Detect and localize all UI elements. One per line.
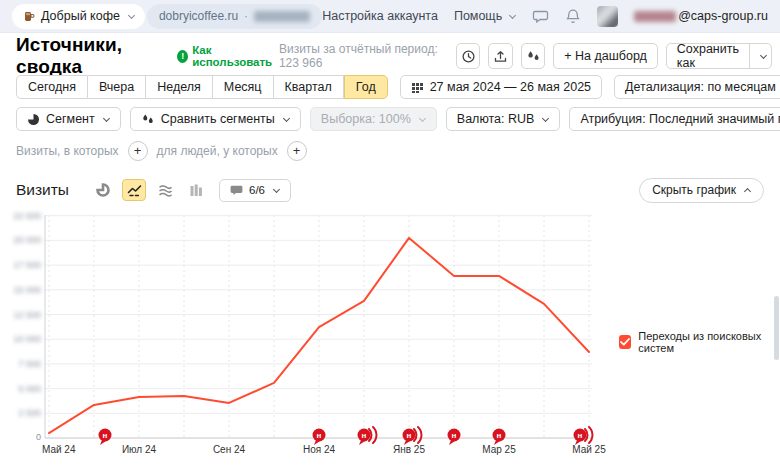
chart-type-line-button[interactable] bbox=[122, 179, 146, 201]
legend-label: Переходы из поисковых систем bbox=[638, 330, 780, 354]
annotation-marker[interactable]: н bbox=[313, 429, 326, 446]
chevron-down-icon bbox=[760, 51, 767, 58]
date-range-label: 27 мая 2024 — 26 мая 2025 bbox=[430, 80, 591, 94]
how-to-use-label: Как использовать bbox=[192, 44, 279, 68]
preset-year[interactable]: Год bbox=[344, 75, 388, 99]
y-tick-label: 10 000 bbox=[13, 334, 41, 344]
attribution-label: Атрибуция: Последний значимый переход bbox=[580, 112, 780, 126]
chart-type-columns-button[interactable] bbox=[184, 179, 208, 201]
date-range-button[interactable]: 27 мая 2024 — 26 мая 2025 bbox=[400, 75, 602, 99]
detail-label: Детализация: по месяцам bbox=[625, 80, 776, 94]
y-tick-label: 17 500 bbox=[13, 260, 41, 270]
help-label: Помощь bbox=[454, 9, 502, 23]
add-visit-filter-button[interactable] bbox=[128, 141, 148, 161]
annotation-marker[interactable]: н bbox=[448, 429, 461, 446]
chevron-down-icon bbox=[419, 114, 426, 121]
y-tick-label: 7 500 bbox=[18, 359, 41, 369]
bell-icon[interactable] bbox=[565, 8, 581, 25]
counter-domain-pill[interactable]: dobryicoffee.ru · bbox=[147, 4, 322, 29]
scrollbar-thumb[interactable] bbox=[774, 296, 779, 360]
chevron-down-icon bbox=[128, 11, 135, 18]
chevron-down-icon bbox=[542, 114, 549, 121]
calendar-icon bbox=[411, 81, 424, 94]
compare-segments-label: Сравнить сегменты bbox=[161, 112, 275, 126]
hide-chart-label: Скрыть график bbox=[652, 183, 736, 197]
preset-month[interactable]: Месяц bbox=[213, 75, 274, 99]
annotation-marker[interactable]: н bbox=[99, 429, 112, 446]
history-button[interactable] bbox=[456, 43, 480, 69]
separator-dot: · bbox=[244, 9, 248, 23]
sampling-dropdown: Выборка: 100% bbox=[310, 107, 437, 131]
counter-id-redacted bbox=[254, 11, 310, 22]
segment-dropdown[interactable]: Сегмент bbox=[16, 107, 121, 131]
svg-text:н: н bbox=[452, 431, 457, 440]
account-settings-link[interactable]: Настройка аккаунта bbox=[322, 9, 438, 23]
email-local-redacted bbox=[634, 11, 676, 22]
hide-chart-button[interactable]: Скрыть график bbox=[639, 178, 764, 203]
history-clock-icon bbox=[461, 49, 476, 64]
metrics-selector-button[interactable]: 6/6 bbox=[219, 179, 291, 202]
annotation-marker[interactable]: н bbox=[574, 427, 593, 445]
save-as-button[interactable]: Сохранить как bbox=[667, 44, 749, 68]
y-tick-label: 20 000 bbox=[13, 235, 41, 245]
chevron-down-icon bbox=[103, 114, 110, 121]
email-domain: @caps-group.ru bbox=[678, 9, 768, 23]
period-presets: Сегодня Вчера Неделя Месяц Квартал Год bbox=[16, 75, 388, 99]
project-name: Добрый кофе bbox=[41, 9, 120, 23]
annotation-marker[interactable]: н bbox=[493, 429, 506, 446]
visits-filter-label: Визиты, в которых bbox=[16, 144, 119, 158]
chart-type-area-button[interactable] bbox=[153, 179, 177, 201]
compare-data-button[interactable] bbox=[521, 43, 545, 69]
save-as-split-button: Сохранить как bbox=[666, 43, 772, 69]
y-tick-label: 5 000 bbox=[18, 384, 41, 394]
export-upload-icon bbox=[493, 49, 508, 64]
add-people-filter-button[interactable] bbox=[287, 141, 307, 161]
currency-dropdown[interactable]: Валюта: RUB bbox=[446, 107, 561, 131]
compare-drops-icon bbox=[141, 113, 155, 126]
x-tick-label: Сен 24 bbox=[213, 444, 246, 455]
svg-text:н: н bbox=[578, 431, 583, 440]
preset-week[interactable]: Неделя bbox=[146, 75, 213, 99]
preset-today[interactable]: Сегодня bbox=[16, 75, 88, 99]
user-email[interactable]: @caps-group.ru bbox=[634, 9, 768, 23]
x-tick-label: Май 24 bbox=[42, 444, 76, 455]
currency-label: Валюта: RUB bbox=[457, 112, 535, 126]
chat-icon[interactable] bbox=[532, 8, 549, 25]
chart-title: Визиты bbox=[16, 181, 69, 199]
svg-text:н: н bbox=[317, 431, 322, 440]
project-switcher[interactable]: Добрый кофе bbox=[12, 4, 145, 29]
segment-label: Сегмент bbox=[46, 112, 95, 126]
x-tick-label: Июл 24 bbox=[122, 444, 157, 455]
y-zero-label: 0 bbox=[36, 432, 41, 442]
y-tick-label: 22 500 bbox=[13, 211, 41, 221]
save-as-menu-button[interactable] bbox=[749, 44, 772, 68]
chart-legend: Переходы из поисковых систем bbox=[619, 330, 780, 354]
visits-period-summary: Визиты за отчётный период: 123 966 bbox=[279, 42, 444, 70]
x-tick-label: Ноя 24 bbox=[303, 444, 336, 455]
chart-type-pie-button[interactable] bbox=[91, 179, 115, 201]
segment-pie-icon bbox=[27, 113, 40, 126]
x-tick-label: Май 25 bbox=[572, 444, 606, 455]
annotation-marker[interactable]: н bbox=[403, 427, 422, 445]
legend-checkbox[interactable] bbox=[619, 335, 631, 349]
info-icon: ! bbox=[177, 50, 188, 63]
annotation-marker[interactable]: н bbox=[358, 427, 377, 445]
svg-text:н: н bbox=[407, 431, 412, 440]
check-icon bbox=[620, 338, 630, 346]
attribution-dropdown[interactable]: Атрибуция: Последний значимый переход кд bbox=[569, 107, 780, 131]
counter-domain: dobryicoffee.ru bbox=[159, 9, 238, 23]
help-menu[interactable]: Помощь bbox=[454, 9, 516, 23]
people-filter-label: для людей, у которых bbox=[157, 144, 278, 158]
avatar[interactable] bbox=[597, 6, 618, 27]
how-to-use-link[interactable]: ! Как использовать bbox=[177, 44, 279, 68]
project-favicon-coffee-icon bbox=[22, 10, 35, 23]
add-to-dashboard-button[interactable]: + На дашборд bbox=[553, 43, 658, 69]
detail-dropdown[interactable]: Детализация: по месяцам bbox=[614, 75, 780, 99]
compare-segments-dropdown[interactable]: Сравнить сегменты bbox=[130, 107, 301, 131]
svg-text:н: н bbox=[362, 431, 367, 440]
export-button[interactable] bbox=[488, 43, 512, 69]
preset-yesterday[interactable]: Вчера bbox=[88, 75, 146, 99]
chevron-down-icon bbox=[509, 11, 516, 18]
chevron-up-icon bbox=[744, 188, 751, 195]
preset-quarter[interactable]: Квартал bbox=[274, 75, 344, 99]
